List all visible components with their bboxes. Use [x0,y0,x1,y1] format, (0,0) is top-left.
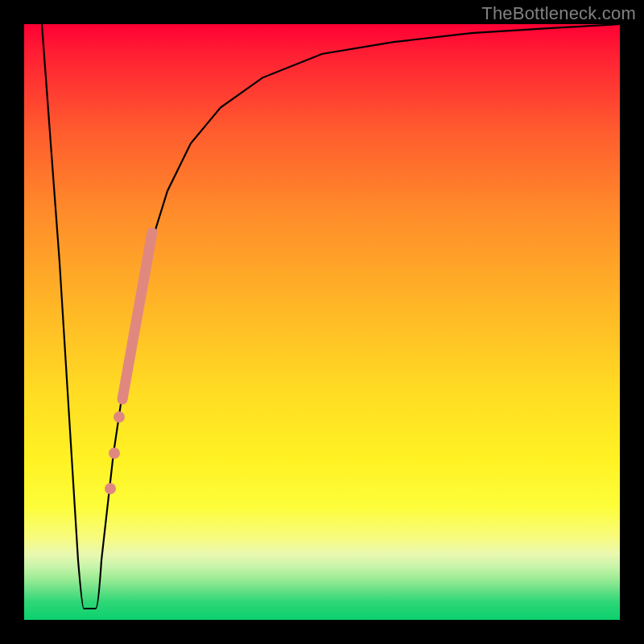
plot-area [24,24,620,620]
highlight-segment [122,233,152,399]
highlight-dot-3 [105,483,116,494]
highlight-dot-1 [114,411,125,423]
curve-svg [24,24,620,620]
highlight-dot-2 [109,448,120,459]
watermark-text: TheBottleneck.com [481,3,636,24]
bottleneck-curve [42,24,620,609]
chart-frame: TheBottleneck.com [0,0,644,644]
